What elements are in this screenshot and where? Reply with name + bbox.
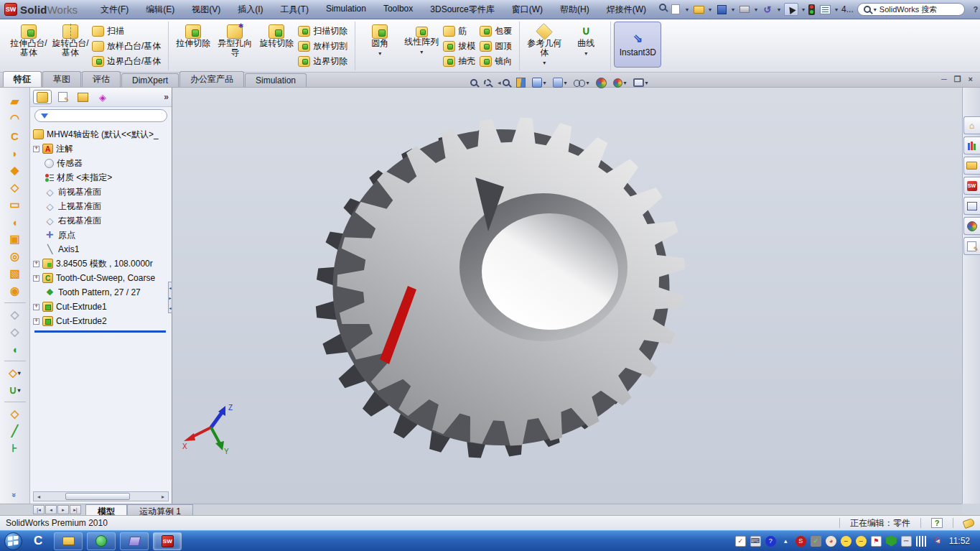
custom-properties-tab[interactable] [963,237,980,255]
mirror-button[interactable]: 镜向 [480,54,515,68]
print-button[interactable] [738,4,751,15]
document-close-button[interactable]: × [969,75,973,84]
offset-surface-icon[interactable]: ◖ [6,214,24,230]
menu-insert[interactable]: 插入(I) [230,1,270,18]
previous-view-button[interactable]: ◂ [498,79,510,86]
curves-toolbar-icon[interactable]: ∪▾ [6,382,24,398]
configurationmanager-tab[interactable] [73,90,92,104]
expand-toggle[interactable] [33,261,39,267]
resources-tab[interactable]: ⌂ [963,116,980,134]
boundary-boss-button[interactable]: 边界凸台/基体 [92,54,164,68]
notes-tray-icon[interactable]: ✓ [735,536,746,547]
tree-item-annotations[interactable]: A 注解 [33,142,170,156]
desktop-c-shortcut[interactable]: C [34,534,42,548]
gear-model[interactable] [172,88,962,504]
expand-toggle[interactable] [33,275,39,282]
linear-pattern-caret-icon[interactable]: ▾ [420,47,423,57]
dimxpertmanager-tab[interactable]: ◈ [93,90,112,104]
propertymanager-tab[interactable] [53,90,72,104]
document-minimize-button[interactable]: ─ [941,75,947,84]
tab-features[interactable]: 特征 [3,71,42,87]
view-orientation-button[interactable]: ▾ [532,78,546,88]
last-tab-button[interactable]: ▸| [70,505,81,514]
menu-3dsource[interactable]: 3DSource零件库 [423,1,501,18]
options-caret-icon[interactable]: ▾ [835,6,838,13]
boundary-surface-icon[interactable]: ◆ [6,162,24,178]
solidworks-search-input[interactable] [879,5,957,14]
menu-view[interactable]: 视图(V) [185,1,228,18]
trim-surface-icon[interactable]: ◇ [6,324,24,340]
fillet-surface-icon[interactable]: ◖ [6,341,24,357]
next-tab-button[interactable]: ▸ [57,505,69,514]
wrap-button[interactable]: 包覆 [480,24,515,38]
lofted-cut-button[interactable]: 放样切割 [298,39,350,53]
view-settings-button[interactable]: ▾ [613,78,627,88]
messenger-taskbar-button[interactable] [87,532,116,550]
undo-caret-icon[interactable]: ▾ [778,6,780,13]
tree-item-module-feature[interactable]: 3.84505 模数 , 108.0000r [33,256,170,271]
tree-item-cut-extrude1[interactable]: Cut-Extrude1 [33,300,170,314]
coordinate-system-icon[interactable]: ⊦ [6,440,24,456]
save-button[interactable] [715,4,728,15]
boundary-cut-button[interactable]: 边界切除 [298,54,350,68]
menu-window[interactable]: 窗口(W) [505,1,550,18]
search-caret-icon[interactable]: ▾ [874,6,877,13]
tree-filter-input[interactable] [52,111,161,120]
curves-button[interactable]: ∪曲线▾ [566,22,606,70]
extruded-boss-button[interactable]: 拉伸凸台/基体 [9,22,49,70]
select-caret-icon[interactable]: ▾ [802,6,805,13]
tree-root[interactable]: MHW4轴齿轮 (默认<<默认>_ [33,127,170,142]
rollback-bar[interactable] [34,330,166,333]
open-file-button[interactable] [692,4,705,15]
revolved-boss-button[interactable]: 旋转凸台/基体 [50,22,90,70]
curves-caret-icon[interactable]: ▾ [584,49,587,58]
taskbar-clock[interactable]: 11:52 [949,536,970,546]
model-tab[interactable]: 模型 [85,504,127,515]
shell-button[interactable]: 抽壳 [443,54,478,68]
open-file-caret-icon[interactable]: ▾ [709,6,711,13]
tags-icon[interactable] [963,517,976,528]
planar-surface-icon[interactable]: ▭ [6,197,24,213]
volume-muted-tray-icon[interactable]: ◄⃠ [931,536,942,547]
edit-appearance-button[interactable]: ▾ [633,78,648,87]
axis-icon[interactable]: ╱ [6,423,24,439]
tab-simulation[interactable]: Simulation [245,73,307,87]
scroll-left-icon[interactable]: ◂ [34,494,44,500]
help-button[interactable]: ? [969,4,980,15]
flag-tray-icon[interactable]: ⚑ [871,536,882,547]
tab-sketch[interactable]: 草图 [42,71,81,87]
extruded-cut-button[interactable]: 拉伸切除 [173,22,213,70]
draft-button[interactable]: 拔模 [443,39,478,53]
extend-surface-icon[interactable]: ◇ [6,307,24,323]
menu-search-icon[interactable] [656,1,669,13]
extruded-surface-icon[interactable]: ▰ [6,93,24,109]
tab-office-products[interactable]: 办公室产品 [179,71,244,87]
tree-item-top-plane[interactable]: ◇ 上视基准面 [33,199,170,213]
quick-tips-button[interactable]: ? [931,518,943,528]
tree-item-cut-extrude2[interactable]: Cut-Extrude2 [33,314,170,328]
print-caret-icon[interactable]: ▾ [755,6,757,13]
reference-geometry-button[interactable]: 参考几何体▾ [524,22,564,70]
expand-toggle[interactable] [33,304,39,310]
hole-wizard-button[interactable]: 异型孔向导 [215,22,255,70]
display-style-button[interactable]: ▾ [553,78,567,88]
new-file-button[interactable] [669,4,682,15]
linear-pattern-button[interactable]: 线性阵列▾ [401,22,442,70]
sogou-tray-icon[interactable]: S [795,536,806,547]
section-view-button[interactable] [516,78,526,88]
signal-tray-icon[interactable] [916,536,927,547]
scroll-right-icon[interactable]: ▸ [158,494,168,500]
sw-search-tab[interactable]: SW [963,177,980,195]
select-button[interactable] [784,3,798,16]
rebuild-button[interactable] [808,4,815,15]
zoom-to-fit-button[interactable] [470,79,477,86]
swept-cut-button[interactable]: 扫描切除 [298,24,350,38]
toolbar-overflow-chevron-icon[interactable]: » [11,493,19,497]
panel-expand-button[interactable]: » [164,92,169,102]
fillet-button[interactable]: 圆角▾ [360,22,400,70]
explorer-taskbar-button[interactable] [54,532,83,550]
tree-item-tooth-cut-sweep[interactable]: C Tooth-Cut-Sweep, Coarse [33,271,170,285]
swept-boss-button[interactable]: 扫描 [92,24,164,38]
options-button[interactable] [818,4,831,15]
filled-surface-icon[interactable]: ◇ [6,180,24,195]
